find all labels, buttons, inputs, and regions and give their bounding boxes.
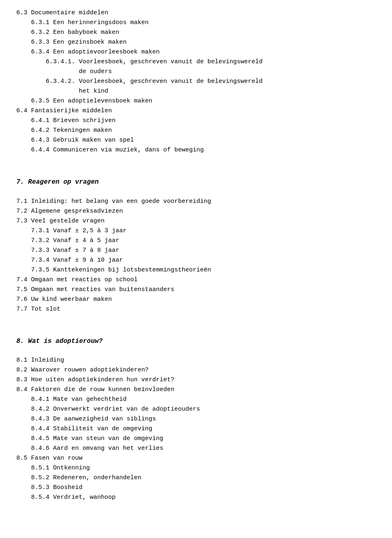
line-7-3: 7.3 Veel gestelde vragen [16,216,376,226]
line-7-6: 7.6 Uw kind weerbaar maken [16,295,376,305]
line-8-2: 8.2 Waarover rouwen adoptiekinderen? [16,365,376,375]
line-8-4-2: 8.4.2 Onverwerkt verdriet van de adoptie… [16,405,376,414]
line-8-4-6: 8.4.6 Aard en omvang van het verlies [16,444,376,454]
line-7-7: 7.7 Tot slot [16,305,376,314]
section-8: 8. Wat is adoptierouw? 8.1 Inleiding 8.2… [16,336,376,503]
section-6-content: 6.3 Documentaire middelen 6.3.1 Een heri… [16,8,376,155]
line-6-4-3: 6.4.3 Gebruik maken van spel [16,136,376,145]
line-6-4: 6.4 Fantasierijke middelen [16,106,376,116]
line-8-5-3: 8.5.3 Boosheid [16,483,376,493]
line-8-4-4: 8.4.4 Stabiliteit van de omgeving [16,424,376,434]
line-6-3-4-1a: 6.3.4.1. Voorleesboek, geschreven vanuit… [16,57,376,67]
line-8-4-5: 8.4.5 Mate van steun van de omgeving [16,434,376,444]
line-8-3: 8.3 Hoe uiten adoptiekinderen hun verdri… [16,375,376,385]
section-7-heading: 7. Reageren op vragen [16,177,376,188]
line-8-5-1: 8.5.1 Ontkenning [16,463,376,473]
line-6-3-4-1b: de ouders [16,67,376,77]
spacer-after-8-heading [16,348,376,356]
line-8-5-4: 8.5.4 Verdriet, wanhoop [16,493,376,502]
line-7-3-1: 7.3.1 Vanaf ± 2,5 à 3 jaar [16,226,376,236]
line-7-3-4: 7.3.4 Vanaf ± 9 à 10 jaar [16,256,376,265]
line-6-3-1: 6.3.1 Een herinneringsdoos maken [16,18,376,28]
line-7-1: 7.1 Inleiding: het belang van een goede … [16,197,376,207]
line-6-4-2: 6.4.2 Tekeningen maken [16,126,376,136]
line-6-3: 6.3 Documentaire middelen [16,8,376,18]
line-8-5-2: 8.5.2 Redeneren, onderhandelen [16,473,376,483]
line-8-4-3: 8.4.3 De aanwezigheid van siblings [16,414,376,424]
spacer-before-8-2 [16,322,376,329]
line-6-3-4-2a: 6.3.4.2. Voorleesboek, geschreven vanuit… [16,77,376,87]
line-7-5: 7.5 Omgaan met reacties van buitenstaand… [16,285,376,295]
line-8-4: 8.4 Faktoren die de rouw kunnen beïnvloe… [16,385,376,395]
line-7-3-3: 7.3.3 Vanaf ± 7 à 8 jaar [16,246,376,256]
line-6-4-4: 6.4.4 Communiceren via muziek, dans of b… [16,145,376,155]
line-7-3-2: 7.3.2 Vanaf ± 4 à 5 jaar [16,236,376,246]
line-8-1: 8.1 Inleiding [16,356,376,365]
line-7-2: 7.2 Algemene gespreksadviezen [16,207,376,216]
line-6-3-4-2b: het kind [16,87,376,96]
line-6-3-2: 6.3.2 Een babyboek maken [16,28,376,38]
spacer-after-7-heading [16,189,376,197]
line-8-5: 8.5 Fasen van rouw [16,454,376,463]
line-7-3-5: 7.3.5 Kanttekeningen bij lotsbestemmings… [16,265,376,275]
section-7: 7. Reageren op vragen 7.1 Inleiding: het… [16,177,376,314]
spacer-before-7-2 [16,162,376,170]
line-8-4-1: 8.4.1 Mate van gehechtheid [16,395,376,405]
spacer-before-7 [16,155,376,162]
line-6-3-4: 6.3.4 Een adoptievoorleesboek maken [16,47,376,57]
line-6-3-5: 6.3.5 Een adoptielevensboek maken [16,96,376,106]
main-content: 6.3 Documentaire middelen 6.3.1 Een heri… [16,8,376,502]
section-8-heading: 8. Wat is adoptierouw? [16,336,376,347]
line-6-4-1: 6.4.1 Brieven schrijven [16,116,376,126]
spacer-before-8 [16,314,376,322]
line-7-4: 7.4 Omgaan met reacties op school [16,275,376,285]
line-6-3-3: 6.3.3 Een gezinsboek maken [16,38,376,47]
